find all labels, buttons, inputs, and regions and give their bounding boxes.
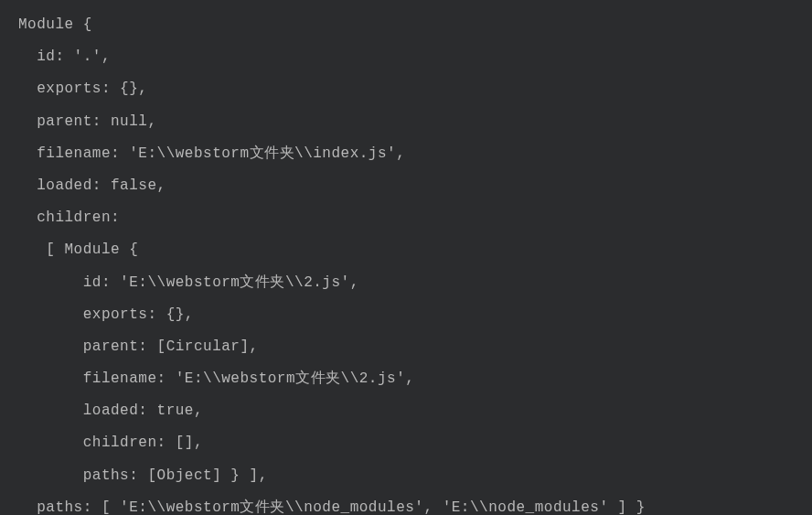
- code-line: children:: [18, 202, 794, 234]
- code-line: loaded: true,: [18, 395, 794, 427]
- code-line: parent: [Circular],: [18, 331, 794, 363]
- code-line: id: 'E:\\webstorm文件夹\\2.js',: [18, 267, 794, 299]
- code-line: paths: [Object] } ],: [18, 460, 794, 492]
- code-line: paths: [ 'E:\\webstorm文件夹\\node_modules'…: [18, 492, 794, 515]
- code-line: id: '.',: [18, 41, 794, 73]
- code-line: parent: null,: [18, 106, 794, 138]
- code-line: children: [],: [18, 427, 794, 459]
- code-line: filename: 'E:\\webstorm文件夹\\2.js',: [18, 363, 794, 395]
- code-line: loaded: false,: [18, 170, 794, 202]
- code-line: Module {: [18, 9, 794, 41]
- code-line: [ Module {: [18, 234, 794, 266]
- code-line: exports: {},: [18, 299, 794, 331]
- code-line: filename: 'E:\\webstorm文件夹\\index.js',: [18, 138, 794, 170]
- code-block: Module { id: '.', exports: {}, parent: n…: [18, 9, 794, 515]
- code-line: exports: {},: [18, 73, 794, 105]
